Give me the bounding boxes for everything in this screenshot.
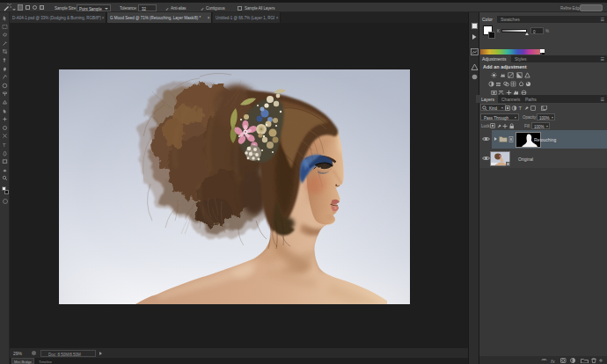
svg-text:fx: fx [551, 358, 556, 363]
svg-text:T: T [3, 142, 6, 148]
svg-text:T: T [519, 106, 523, 111]
